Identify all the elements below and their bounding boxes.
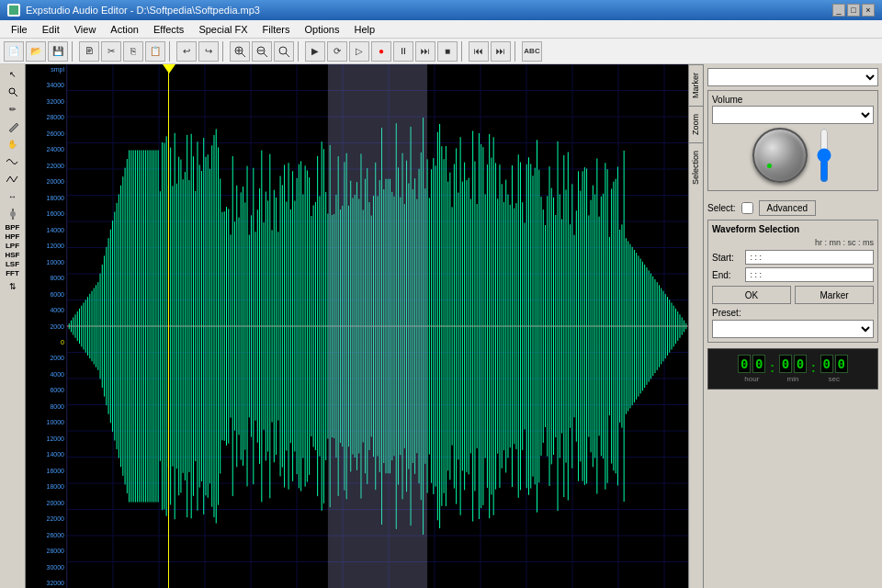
tool-erase[interactable] xyxy=(3,119,23,135)
tool-wave[interactable] xyxy=(3,153,23,170)
svg-rect-0 xyxy=(9,6,18,15)
window-title: Expstudio Audio Editor - D:\Softpedia\So… xyxy=(26,5,832,16)
time-sec: 0 0 sec xyxy=(820,355,848,383)
copy-button[interactable]: ⎘ xyxy=(123,41,143,62)
tool-envelope[interactable] xyxy=(3,171,23,187)
tool-select[interactable]: ↖ xyxy=(3,66,23,83)
cut-button[interactable]: ✂ xyxy=(101,41,121,62)
menu-filters[interactable]: Filters xyxy=(255,22,298,37)
ff-button[interactable]: ⏭ xyxy=(415,41,435,62)
window-controls[interactable]: _ □ × xyxy=(832,4,875,17)
waveform-area[interactable]: smpl 34000 32000 28000 26000 24000 22000… xyxy=(26,64,703,588)
rewind-button[interactable]: ⏮ xyxy=(469,41,489,62)
zoom-out-button[interactable] xyxy=(252,41,272,62)
menu-view[interactable]: View xyxy=(67,22,104,37)
ws-title: Waveform Selection xyxy=(712,224,874,234)
svg-line-6 xyxy=(264,53,267,57)
sec-label: sec xyxy=(828,375,839,383)
tool-hand[interactable]: ✋ xyxy=(3,136,23,153)
redo-button[interactable]: ↪ xyxy=(198,41,219,62)
time-min: 0 0 min xyxy=(779,355,807,383)
time-display: 0 0 hour : 0 0 min : 0 0 sec xyxy=(707,348,878,390)
record-button[interactable]: ● xyxy=(371,41,391,62)
undo-button[interactable]: ↩ xyxy=(176,41,197,62)
menu-help[interactable]: Help xyxy=(346,22,382,37)
abc-button[interactable]: ABC xyxy=(522,41,542,62)
tool-pan[interactable]: ↔ xyxy=(3,188,23,205)
hour-digit-2: 0 xyxy=(752,355,765,373)
volume-knob[interactable] xyxy=(752,128,808,183)
tool-pan2[interactable] xyxy=(3,206,23,222)
sep6 xyxy=(514,41,518,62)
tool-draw[interactable]: ✏ xyxy=(3,101,23,118)
tab-zoom[interactable]: Zoom xyxy=(689,106,703,142)
volume-dropdown[interactable] xyxy=(712,106,874,124)
tool-lsf[interactable]: LSF xyxy=(1,260,25,268)
tool-fft[interactable]: FFT xyxy=(1,269,25,277)
app-icon xyxy=(7,4,20,17)
preset-row: Preset: xyxy=(712,308,874,338)
zoom-in-button[interactable] xyxy=(230,41,250,62)
right-panel: Volume Select: Advanced Waveform Selecti… xyxy=(703,64,882,588)
waveform-canvas-wrapper[interactable] xyxy=(67,64,688,588)
advanced-button[interactable]: Advanced xyxy=(759,200,816,216)
hour-label: hour xyxy=(744,375,759,383)
menu-file[interactable]: File xyxy=(4,22,35,37)
titlebar: Expstudio Audio Editor - D:\Softpedia\So… xyxy=(0,0,882,20)
maximize-button[interactable]: □ xyxy=(847,4,860,17)
waveform-selection-group: Waveform Selection hr : mn : sc : ms Sta… xyxy=(707,220,878,343)
menubar: File Edit View Action Effects Special FX… xyxy=(0,20,882,39)
main-dropdown[interactable] xyxy=(707,68,878,86)
knob-indicator xyxy=(767,164,772,168)
sec-digit-2: 0 xyxy=(835,355,848,373)
select-checkbox[interactable] xyxy=(741,202,753,214)
menu-effects[interactable]: Effects xyxy=(146,22,191,37)
volume-slider[interactable] xyxy=(815,128,833,183)
colon-1: : xyxy=(770,360,775,375)
forward-button[interactable]: ⏭ xyxy=(491,41,511,62)
ws-button-row: OK Marker xyxy=(712,286,874,304)
sep1 xyxy=(72,41,75,62)
paste-button[interactable]: 📋 xyxy=(145,41,165,62)
left-toolbar: ↖ ✏ ✋ ↔ BPF HPF LPF HSF LSF FFT ⇅ xyxy=(0,64,26,588)
min-label: min xyxy=(787,375,799,383)
svg-line-2 xyxy=(242,53,245,57)
tab-marker[interactable]: Marker xyxy=(689,64,703,106)
play-selection-button[interactable]: ▷ xyxy=(349,41,369,62)
menu-special-fx[interactable]: Special FX xyxy=(191,22,254,37)
sep2 xyxy=(169,41,173,62)
save-button[interactable]: 💾 xyxy=(48,41,68,62)
y-axis: smpl 34000 32000 28000 26000 24000 22000… xyxy=(26,64,67,588)
end-label: End: xyxy=(712,270,741,280)
tool-hsf[interactable]: HSF xyxy=(1,251,25,259)
new-button[interactable]: 📄 xyxy=(4,41,24,62)
menu-edit[interactable]: Edit xyxy=(35,22,67,37)
select-label: Select: xyxy=(707,203,736,213)
tool-hpf[interactable]: HPF xyxy=(1,232,25,241)
colon-2: : xyxy=(811,360,816,375)
play-button[interactable]: ▶ xyxy=(305,41,325,62)
waveform-canvas[interactable] xyxy=(67,64,688,588)
properties-button[interactable]: 🖹 xyxy=(79,41,99,62)
minimize-button[interactable]: _ xyxy=(832,4,845,17)
preset-dropdown[interactable] xyxy=(712,320,874,338)
close-button[interactable]: × xyxy=(862,4,875,17)
knob-area xyxy=(712,128,874,183)
tab-selection[interactable]: Selection xyxy=(689,142,703,192)
svg-line-11 xyxy=(14,93,17,96)
tool-zoom[interactable] xyxy=(3,84,23,100)
tool-bpf[interactable]: BPF xyxy=(1,223,25,232)
stop-button[interactable]: ■ xyxy=(437,41,458,62)
marker-button[interactable]: Marker xyxy=(795,286,874,304)
menu-options[interactable]: Options xyxy=(298,22,347,37)
tool-lpf[interactable]: LPF xyxy=(1,242,25,250)
play-loop-button[interactable]: ⟳ xyxy=(327,41,347,62)
ok-button[interactable]: OK xyxy=(712,286,791,304)
pause-button[interactable]: ⏸ xyxy=(393,41,413,62)
zoom-all-button[interactable] xyxy=(274,41,294,62)
menu-action[interactable]: Action xyxy=(103,22,146,37)
start-input[interactable] xyxy=(745,250,874,265)
tool-move[interactable]: ⇅ xyxy=(3,278,23,295)
open-button[interactable]: 📂 xyxy=(26,41,46,62)
end-input[interactable] xyxy=(745,267,874,282)
